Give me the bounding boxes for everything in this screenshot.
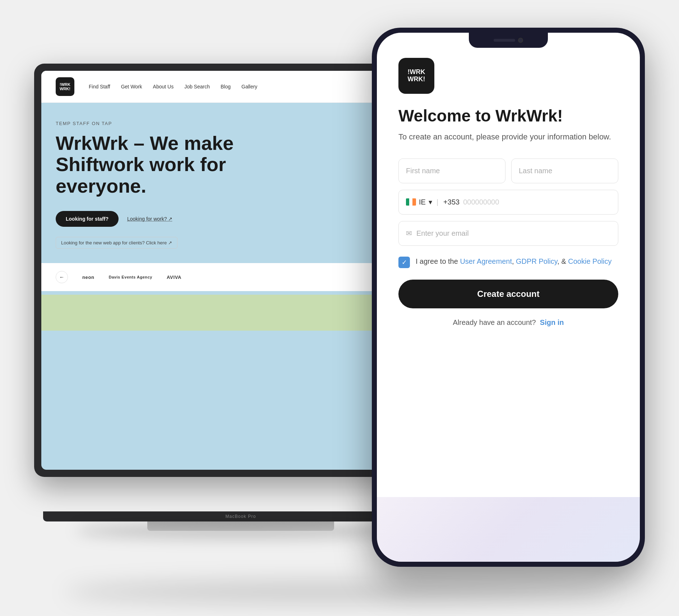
email-input-wrapper: ✉ [398, 221, 618, 246]
nav-links: Find Staff Get Work About Us Job Search … [89, 84, 408, 89]
create-account-button[interactable]: Create account [398, 280, 618, 308]
email-icon: ✉ [406, 229, 412, 238]
nav-job-search[interactable]: Job Search [184, 84, 210, 89]
nav-gallery[interactable]: Gallery [241, 84, 257, 89]
signin-text: Already have an account? [453, 318, 536, 326]
agreement-comma: , [512, 257, 516, 265]
user-agreement-link[interactable]: User Agreement [460, 257, 512, 265]
macbook-base [147, 521, 334, 531]
phone-flag-selector[interactable]: IE ▾ [406, 198, 432, 206]
macbook-label: MacBook Pro [225, 514, 256, 519]
notch-camera [518, 38, 523, 43]
ireland-flag-icon [406, 198, 416, 206]
iphone-screen: !WRKWRK! Welcome to WrkWrk! To create an… [377, 33, 640, 562]
partner-aviva: AVIVA [167, 275, 181, 280]
agreement-text: I agree to the User Agreement, GDPR Poli… [416, 256, 611, 267]
agreement-text-middle: , & [557, 257, 568, 265]
phone-prefix: +353 [443, 198, 459, 206]
iphone-body: !WRKWRK! Welcome to WrkWrk! To create an… [372, 28, 645, 567]
scene: !WRKWRK! Find Staff Get Work About Us Jo… [34, 28, 645, 588]
name-row [398, 158, 618, 183]
macbook-body: !WRKWRK! Find Staff Get Work About Us Jo… [34, 64, 429, 477]
nav-about-us[interactable]: About Us [153, 84, 174, 89]
iphone-notch [469, 33, 548, 48]
nav-get-work[interactable]: Get Work [121, 84, 142, 89]
website-nav: !WRKWRK! Find Staff Get Work About Us Jo… [41, 71, 422, 103]
chevron-down-icon: ▾ [429, 198, 432, 206]
phone-divider: | [436, 198, 438, 206]
agreement-row: ✓ I agree to the User Agreement, GDPR Po… [398, 256, 618, 268]
signin-row: Already have an account? Sign in [398, 318, 618, 327]
phone-input-wrapper: IE ▾ | +353 [398, 190, 618, 215]
app-logo: !WRKWRK! [398, 58, 434, 94]
notch-speaker [494, 39, 515, 42]
gdpr-policy-link[interactable]: GDPR Policy [516, 257, 557, 265]
hero-buttons: Looking for staff? Looking for work? ↗ [56, 211, 408, 227]
hero-headline: WrkWrk – We make Shiftwork work for ever… [56, 133, 235, 197]
app-content: !WRKWRK! Welcome to WrkWrk! To create an… [377, 33, 640, 562]
looking-for-staff-button[interactable]: Looking for staff? [56, 211, 119, 227]
website-logo-small: !WRKWRK! [56, 77, 74, 96]
signin-link[interactable]: Sign in [540, 318, 564, 326]
website-hero: TEMP STAFF ON TAP WrkWrk – We make Shift… [41, 103, 422, 263]
partner-logos-strip: ← neon Davis Events Agency AVIVA [41, 263, 422, 291]
cookie-policy-link[interactable]: Cookie Policy [568, 257, 611, 265]
country-code: IE [419, 198, 426, 206]
app-subtitle: To create an account, please provide you… [398, 131, 618, 143]
partner-neon: neon [82, 275, 94, 280]
last-name-input[interactable] [511, 158, 618, 183]
phone-bottom-decoration [377, 497, 640, 562]
macbook-screen: !WRKWRK! Find Staff Get Work About Us Jo… [41, 71, 422, 470]
hero-sublink[interactable]: Looking for the new web app for clients?… [56, 237, 177, 249]
looking-for-work-button[interactable]: Looking for work? ↗ [127, 216, 172, 222]
iphone-device: !WRKWRK! Welcome to WrkWrk! To create an… [372, 28, 645, 567]
nav-find-staff[interactable]: Find Staff [89, 84, 110, 89]
hero-eyebrow: TEMP STAFF ON TAP [56, 121, 408, 126]
agreement-checkbox[interactable]: ✓ [398, 257, 410, 268]
first-name-input[interactable] [398, 158, 505, 183]
nav-blog[interactable]: Blog [221, 84, 231, 89]
email-input[interactable] [416, 221, 611, 245]
partner-davis: Davis Events Agency [109, 275, 152, 279]
website-bottom-strip [41, 295, 422, 331]
phone-number-input[interactable] [463, 190, 611, 214]
agreement-text-before: I agree to the [416, 257, 460, 265]
app-title: Welcome to WrkWrk! [398, 107, 618, 125]
logo-nav-prev[interactable]: ← [56, 271, 68, 283]
